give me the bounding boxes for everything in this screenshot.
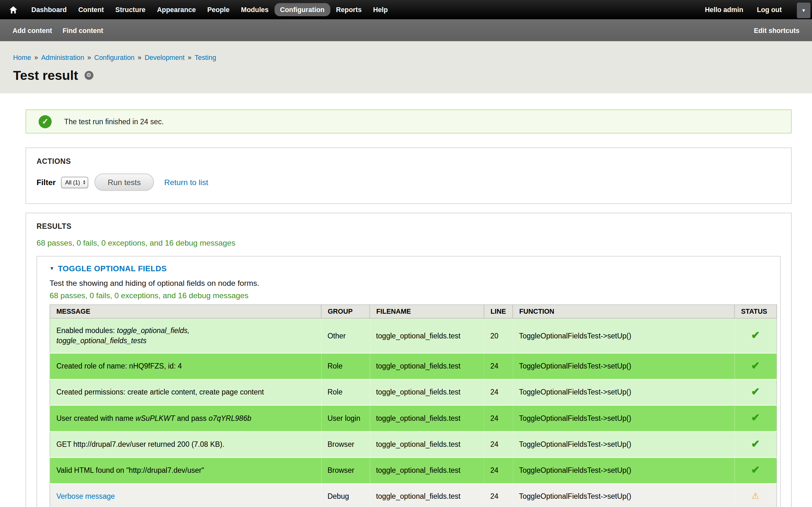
page: DashboardContentStructureAppearancePeopl…: [0, 0, 812, 507]
select-arrows-icon: ▲▼: [83, 180, 86, 185]
message-cell: Created permissions: create article cont…: [50, 379, 321, 405]
logout-link[interactable]: Log out: [757, 6, 781, 14]
home-icon[interactable]: [5, 6, 21, 13]
actions-fieldset: ACTIONS Filter All (1) ▲▼ Run tests Retu…: [26, 148, 792, 204]
table-row: Created role of name: nHQ9fFZS, id: 4Rol…: [50, 353, 777, 379]
group-cell: Browser: [321, 458, 370, 484]
shortcut-menu: Add contentFind content: [12, 26, 103, 34]
toolbar-item-modules[interactable]: Modules: [235, 3, 274, 16]
message-cell: Created role of name: nHQ9fFZS, id: 4: [50, 353, 321, 379]
message-cell: Enabled modules: toggle_optional_fields,…: [50, 318, 321, 353]
run-tests-button[interactable]: Run tests: [95, 174, 154, 191]
function-cell: ToggleOptionalFieldsTest->setUp(): [513, 431, 734, 457]
table-row: User created with name wSuPLKWT and pass…: [50, 405, 777, 431]
toolbar-item-appearance[interactable]: Appearance: [151, 3, 202, 16]
filter-select-value: All (1): [65, 179, 80, 185]
table-row: GET http://drupal7.dev/user returned 200…: [50, 431, 777, 457]
filename-cell: toggle_optional_fields.test: [370, 353, 484, 379]
results-fieldset: RESULTS 68 passes, 0 fails, 0 exceptions…: [26, 213, 792, 507]
status-cell: ✔: [734, 431, 777, 457]
toolbar-item-content[interactable]: Content: [72, 3, 110, 16]
filename-cell: toggle_optional_fields.test: [370, 431, 484, 457]
toolbar-user-links: Hello admin Log out: [705, 6, 781, 14]
breadcrumb-link-testing[interactable]: Testing: [195, 54, 216, 61]
group-cell: Role: [321, 379, 370, 405]
group-cell: Other: [321, 318, 370, 353]
filename-cell: toggle_optional_fields.test: [370, 458, 484, 484]
table-row: Valid HTML found on "http://drupal7.dev/…: [50, 458, 777, 484]
admin-toolbar: DashboardContentStructureAppearancePeopl…: [0, 0, 812, 19]
results-table-head-row: MESSAGEGROUPFILENAMELINEFUNCTIONSTATUS: [50, 305, 777, 319]
shortcut-item-find-content[interactable]: Find content: [62, 26, 103, 34]
group-cell: Debug: [321, 484, 370, 507]
home-icon-glyph: [9, 6, 17, 13]
test-group-fieldset: ▼ TOGGLE OPTIONAL FIELDS Test the showin…: [37, 256, 780, 507]
results-summary: 68 passes, 0 fails, 0 exceptions, and 16…: [37, 238, 780, 247]
toolbar-item-configuration[interactable]: Configuration: [274, 3, 330, 16]
return-to-list-link[interactable]: Return to list: [164, 178, 208, 187]
status-message: ✓ The test run finished in 24 sec.: [26, 110, 792, 134]
filename-cell: toggle_optional_fields.test: [370, 405, 484, 431]
line-cell: 24: [484, 484, 513, 507]
message-cell: GET http://drupal7.dev/user returned 200…: [50, 431, 321, 457]
function-cell: ToggleOptionalFieldsTest->setUp(): [513, 458, 734, 484]
toolbar-item-help[interactable]: Help: [367, 3, 394, 16]
contextual-gear-icon[interactable]: ⚙: [84, 71, 93, 80]
message-cell: Valid HTML found on "http://drupal7.dev/…: [50, 458, 321, 484]
pass-check-icon: ✔: [751, 360, 760, 371]
success-check-icon: ✓: [39, 115, 52, 128]
breadcrumb-link-home[interactable]: Home: [13, 54, 31, 61]
line-cell: 24: [484, 379, 513, 405]
toolbar-item-structure[interactable]: Structure: [110, 3, 151, 16]
breadcrumb-separator: »: [188, 54, 192, 61]
page-header: Home»Administration»Configuration»Develo…: [0, 41, 812, 94]
table-row: Verbose messageDebugtoggle_optional_fiel…: [50, 484, 777, 507]
line-cell: 24: [484, 458, 513, 484]
page-title: Test result ⚙: [13, 68, 799, 83]
breadcrumb: Home»Administration»Configuration»Develo…: [13, 54, 799, 61]
group-description: Test the showing and hiding of optional …: [49, 279, 768, 287]
filter-label: Filter: [37, 178, 55, 187]
function-cell: ToggleOptionalFieldsTest->setUp(): [513, 379, 734, 405]
pass-check-icon: ✔: [751, 386, 760, 397]
filename-cell: toggle_optional_fields.test: [370, 318, 484, 353]
results-legend: RESULTS: [37, 222, 780, 230]
column-header-status: STATUS: [734, 305, 777, 319]
shortcut-bar: Add contentFind content Edit shortcuts: [0, 19, 812, 41]
page-title-text: Test result: [13, 68, 78, 83]
results-table: MESSAGEGROUPFILENAMELINEFUNCTIONSTATUS E…: [49, 304, 777, 507]
status-message-text: The test run finished in 24 sec.: [64, 117, 164, 125]
toolbar-toggle-button[interactable]: ▼: [797, 3, 810, 18]
column-header-filename: FILENAME: [370, 305, 484, 319]
filename-cell: toggle_optional_fields.test: [370, 379, 484, 405]
breadcrumb-link-development[interactable]: Development: [145, 54, 185, 61]
results-table-body: Enabled modules: toggle_optional_fields,…: [50, 318, 777, 507]
table-row: Enabled modules: toggle_optional_fields,…: [50, 318, 777, 353]
column-header-line: LINE: [484, 305, 513, 319]
greeting-prefix: Hello: [705, 6, 723, 14]
filter-select[interactable]: All (1) ▲▼: [61, 176, 89, 188]
username: admin: [723, 6, 743, 14]
edit-shortcuts-link[interactable]: Edit shortcuts: [754, 26, 800, 34]
column-header-message: MESSAGE: [50, 305, 321, 319]
group-cell: Browser: [321, 431, 370, 457]
group-title-link[interactable]: TOGGLE OPTIONAL FIELDS: [58, 264, 166, 273]
breadcrumb-separator: »: [87, 54, 91, 61]
toolbar-item-dashboard[interactable]: Dashboard: [26, 3, 72, 16]
greeting: Hello admin: [705, 6, 743, 14]
breadcrumb-link-administration[interactable]: Administration: [41, 54, 84, 61]
table-row: Created permissions: create article cont…: [50, 379, 777, 405]
toolbar-menu: DashboardContentStructureAppearancePeopl…: [26, 3, 394, 16]
breadcrumb-link-configuration[interactable]: Configuration: [94, 54, 135, 61]
group-cell: User login: [321, 405, 370, 431]
column-header-group: GROUP: [321, 305, 370, 319]
group-cell: Role: [321, 353, 370, 379]
verbose-message-link[interactable]: Verbose message: [56, 492, 115, 500]
line-cell: 24: [484, 405, 513, 431]
status-cell: ✔: [734, 379, 777, 405]
toolbar-item-reports[interactable]: Reports: [330, 3, 367, 16]
toolbar-item-people[interactable]: People: [201, 3, 235, 16]
breadcrumb-separator: »: [34, 54, 38, 61]
shortcut-item-add-content[interactable]: Add content: [12, 26, 52, 34]
line-cell: 20: [484, 318, 513, 353]
